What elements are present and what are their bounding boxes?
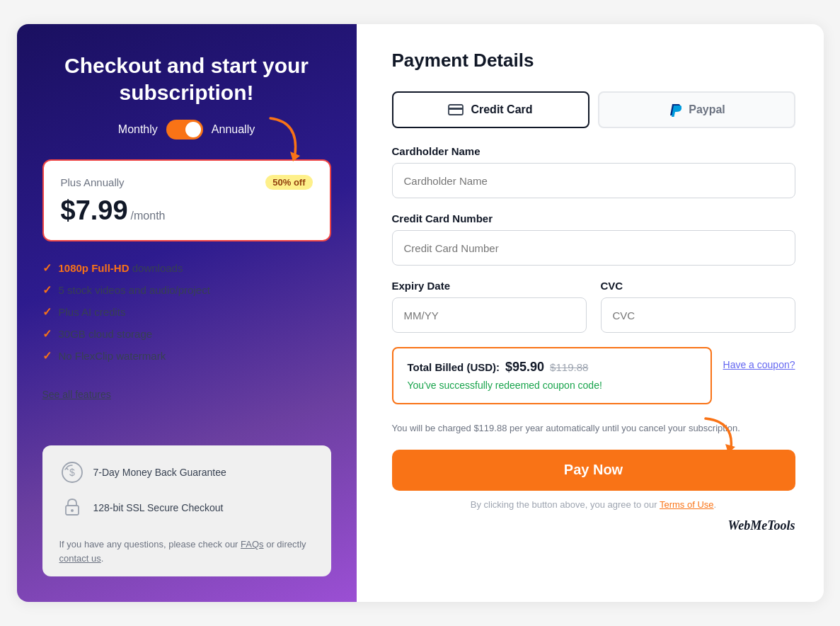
price-amount: $7.99 [61, 195, 128, 226]
left-upper: Checkout and start your subscription! Mo… [42, 52, 331, 440]
coupon-area: Have a coupon? [712, 347, 795, 371]
guarantee-ssl-text: 128-bit SSL Secure Checkout [93, 502, 224, 513]
toggle-switch[interactable] [166, 120, 203, 140]
check-icon: ✓ [42, 261, 52, 275]
total-original-price: $119.88 [550, 361, 588, 373]
svg-text:$: $ [69, 467, 75, 478]
plan-price: $7.99 /month [61, 195, 313, 226]
pay-arrow-icon [700, 416, 739, 455]
cvc-group: CVC [601, 280, 795, 333]
payment-title: Payment Details [392, 50, 795, 72]
right-panel: Payment Details Credit Card Paypal Cardh… [385, 24, 824, 602]
faq-link[interactable]: FAQs [241, 539, 264, 550]
guarantee-ssl: 128-bit SSL Secure Checkout [59, 495, 314, 520]
cardholder-group: Cardholder Name [392, 145, 795, 198]
check-icon: ✓ [42, 305, 52, 319]
credit-card-icon [448, 104, 464, 115]
list-item: ✓ Plus AI credits [42, 305, 331, 319]
terms-text: By clicking the button above, you agree … [392, 499, 795, 510]
card-number-label: Credit Card Number [392, 212, 795, 224]
coupon-link[interactable]: Have a coupon? [723, 359, 795, 370]
terms-link[interactable]: Terms of Use [660, 499, 714, 510]
billing-toggle: Monthly Annually [42, 120, 331, 140]
contact-link[interactable]: contact us [59, 553, 101, 564]
cardholder-label: Cardholder Name [392, 145, 795, 157]
check-icon: ✓ [42, 327, 52, 341]
button-area: Pay Now [392, 450, 795, 499]
coupon-success-text: You've successfully redeemed coupon code… [408, 380, 602, 391]
plan-top: Plus Annually 50% off [61, 175, 313, 190]
checkout-title: Checkout and start your subscription! [42, 52, 331, 106]
feature-text: Plus AI credits [59, 306, 126, 318]
footer-text: If you have any questions, please check … [59, 537, 314, 565]
tab-paypal-label: Paypal [689, 103, 725, 116]
see-all-features-link[interactable]: See all features [42, 389, 111, 400]
discount-badge: 50% off [265, 175, 312, 190]
features-list: ✓ 1080p Full-HD downloads ✓ 5 stock vide… [42, 261, 331, 363]
price-period: /month [131, 210, 166, 222]
toggle-knob [185, 122, 201, 137]
total-area: Total Billed (USD): $95.90 $119.88 You'v… [392, 347, 795, 413]
feature-text: 5 stock videos and audio/project [59, 284, 210, 296]
annually-label: Annually [212, 123, 255, 136]
tab-paypal[interactable]: Paypal [598, 91, 795, 128]
list-item: ✓ 5 stock videos and audio/project [42, 283, 331, 297]
total-info: Total Billed (USD): $95.90 $119.88 You'v… [408, 360, 602, 392]
arrow-icon [263, 115, 306, 164]
money-back-icon: $ [59, 460, 85, 485]
total-price-row: Total Billed (USD): $95.90 $119.88 [408, 360, 602, 375]
pay-now-button[interactable]: Pay Now [392, 450, 795, 491]
cvc-label: CVC [601, 280, 795, 292]
total-section: Total Billed (USD): $95.90 $119.88 You'v… [392, 347, 712, 404]
total-price: $95.90 [505, 360, 544, 375]
footer-middle: or directly [264, 539, 306, 550]
guarantee-money-back: $ 7-Day Money Back Guarantee [59, 460, 314, 485]
feature-text: 1080p Full-HD downloads [59, 262, 183, 274]
terms-suffix: . [714, 499, 717, 510]
paypal-icon [667, 102, 681, 118]
watermark: WebMeTools [392, 518, 795, 533]
list-item: ✓ 1080p Full-HD downloads [42, 261, 331, 275]
card-number-input[interactable] [392, 230, 795, 266]
list-item: ✓ No FlexClip watermark [42, 349, 331, 363]
check-icon: ✓ [42, 283, 52, 297]
monthly-label: Monthly [118, 123, 158, 136]
total-label: Total Billed (USD): [408, 361, 500, 373]
card-number-group: Credit Card Number [392, 212, 795, 266]
left-panel: Checkout and start your subscription! Mo… [17, 24, 357, 602]
expiry-input[interactable] [392, 297, 587, 333]
list-item: ✓ 30GB cloud storage [42, 327, 331, 341]
plan-card: Plus Annually 50% off $7.99 /month [42, 159, 331, 241]
expiry-cvc-row: Expiry Date CVC [392, 280, 795, 347]
expiry-group: Expiry Date [392, 280, 587, 333]
guarantees-section: $ 7-Day Money Back Guarantee [42, 445, 331, 576]
svg-point-4 [71, 509, 74, 512]
cardholder-input[interactable] [392, 163, 795, 198]
guarantee-money-back-text: 7-Day Money Back Guarantee [93, 467, 226, 478]
guarantees: $ 7-Day Money Back Guarantee [59, 460, 314, 520]
feature-text: No FlexClip watermark [59, 350, 166, 362]
check-icon: ✓ [42, 349, 52, 363]
footer-end: . [101, 553, 104, 564]
tab-credit-card[interactable]: Credit Card [392, 91, 589, 128]
expiry-label: Expiry Date [392, 280, 587, 292]
checkout-container: Checkout and start your subscription! Mo… [17, 24, 824, 602]
plan-name: Plus Annually [61, 176, 125, 188]
left-top: Checkout and start your subscription! Mo… [42, 52, 331, 140]
cvc-input[interactable] [601, 297, 795, 333]
svg-rect-6 [449, 108, 463, 110]
feature-text: 30GB cloud storage [59, 328, 153, 340]
tab-credit-card-label: Credit Card [471, 103, 532, 116]
footer-prefix: If you have any questions, please check … [59, 539, 241, 550]
terms-prefix: By clicking the button above, you agree … [471, 499, 660, 510]
payment-tabs: Credit Card Paypal [392, 91, 795, 128]
ssl-icon [59, 495, 85, 520]
total-row: Total Billed (USD): $95.90 $119.88 You'v… [408, 360, 696, 392]
